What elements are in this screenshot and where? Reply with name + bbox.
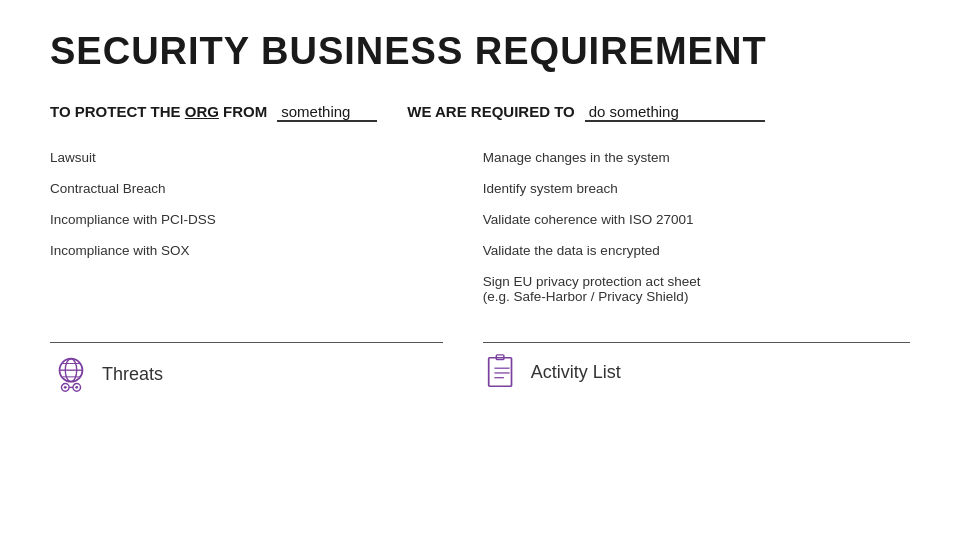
protect-blank[interactable]: something — [277, 103, 377, 122]
svg-point-8 — [75, 386, 78, 389]
required-blank[interactable]: do something — [585, 103, 765, 122]
protect-label: TO PROTECT THE ORG FROM — [50, 103, 267, 120]
footer-threats: Threats — [50, 342, 463, 395]
divider-threats — [50, 342, 443, 343]
svg-rect-10 — [488, 358, 511, 387]
footer-threats-section: Threats — [50, 353, 443, 395]
footer-activity-label: Activity List — [531, 362, 621, 383]
list-item: Contractual Breach — [50, 173, 443, 204]
content-columns: Lawsuit Contractual Breach Incompliance … — [50, 142, 910, 312]
page-title: SECURITY BUSINESS REQUIREMENT — [50, 30, 910, 73]
activity-list-icon — [483, 353, 521, 391]
list-item: Manage changes in the system — [483, 142, 910, 173]
activities-column: Manage changes in the system Identify sy… — [463, 142, 910, 312]
svg-point-7 — [64, 386, 67, 389]
list-item: Validate coherence with ISO 27001 — [483, 204, 910, 235]
footer-threats-label: Threats — [102, 364, 163, 385]
required-label: WE ARE REQUIRED TO — [407, 103, 575, 120]
list-item: Lawsuit — [50, 142, 443, 173]
footer-row: Threats Activity List — [50, 342, 910, 395]
threats-column: Lawsuit Contractual Breach Incompliance … — [50, 142, 463, 312]
list-item: Incompliance with PCI-DSS — [50, 204, 443, 235]
footer-activity-section: Activity List — [483, 353, 910, 391]
list-item: Sign EU privacy protection act sheet (e.… — [483, 266, 910, 312]
list-item: Validate the data is encrypted — [483, 235, 910, 266]
list-item: Incompliance with SOX — [50, 235, 443, 266]
threats-icon — [50, 353, 92, 395]
page-container: SECURITY BUSINESS REQUIREMENT TO PROTECT… — [0, 0, 960, 540]
divider-activity — [483, 342, 910, 343]
header-row: TO PROTECT THE ORG FROM something WE ARE… — [50, 103, 910, 122]
footer-activity: Activity List — [463, 342, 910, 395]
list-item: Identify system breach — [483, 173, 910, 204]
